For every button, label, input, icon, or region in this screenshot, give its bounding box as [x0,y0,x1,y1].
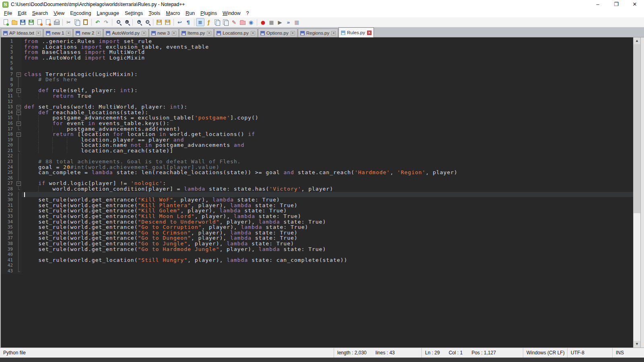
code-line[interactable]: 1from ..generic.Rules import set_rule [1,39,633,44]
fold-marker-icon[interactable] [15,104,22,110]
menu-run[interactable]: Run [183,10,198,17]
code-line[interactable]: 39 set_rule(world.get_entrance("Go to Ha… [1,247,633,252]
code-line[interactable]: 10 def rule(self, player: int): [1,88,633,93]
code-line[interactable]: 7class TerrariaLogic(LogicMixin): [1,72,633,77]
code-line[interactable]: 16 for event in events_table.keys(): [1,121,633,126]
tab-close-icon[interactable]: ✕ [66,31,70,35]
code-line[interactable]: 33 set_rule(world.get_entrance("Kill Moo… [1,214,633,219]
code-line[interactable]: 2from .Locations import exclusion_table,… [1,44,633,50]
close-icon[interactable] [35,18,44,26]
document-map-icon[interactable] [213,18,221,26]
tab-close-icon[interactable]: ✕ [291,31,295,35]
code-line[interactable]: 11 return True [1,93,633,99]
fold-marker-icon[interactable] [15,181,22,186]
macro-play-icon[interactable]: ▶ [276,18,284,26]
vertical-scrollbar[interactable]: ▲ ▼ [633,37,640,348]
view-eye-icon[interactable]: ◉ [247,18,255,26]
tab-close-icon[interactable]: ✕ [96,31,101,35]
new-file-icon[interactable] [2,18,10,26]
tab-new-3[interactable]: new 3✕ [149,29,179,37]
sync-horizontal-scroll-icon[interactable] [163,18,172,26]
tab-new-2[interactable]: new 2✕ [73,29,103,37]
macro-stop-icon[interactable]: ■ [267,18,276,26]
code-line[interactable]: 4from ..AutoWorld import LogicMixin [1,55,633,61]
code-line[interactable]: 34 set_rule(world.get_entrance("Descend … [1,219,633,225]
code-line[interactable]: 28 world.completion_condition[player] = … [1,186,633,192]
tab-close-icon[interactable]: ✕ [36,31,41,35]
code-line[interactable]: 27 if world.logic[player] != 'nologic': [1,181,633,186]
code-line[interactable]: 5 [1,60,633,66]
fold-marker-icon[interactable] [15,72,22,77]
code-line[interactable]: 32 set_rule(world.get_entrance("Kill Gol… [1,208,633,214]
open-file-icon[interactable] [10,18,19,26]
zoom-in-icon[interactable]: + [134,18,143,26]
code-line[interactable]: 37 set_rule(world.get_entrance("Go to Du… [1,235,633,241]
menu-tools[interactable]: Tools [146,10,163,17]
code-line[interactable]: 35 set_rule(world.get_entrance("Go to Co… [1,224,633,230]
project-folder-icon[interactable] [238,18,247,26]
code-line[interactable]: 19 location.player == player and [1,137,633,143]
menu-?[interactable]: ? [244,10,252,17]
tab-ap-ideas-txt[interactable]: AP Ideas.txt✕ [1,29,43,37]
code-line[interactable]: 29 [1,192,633,197]
code-line[interactable]: 22 [1,153,633,159]
code-line[interactable]: 30 set_rule(world.get_entrance("Kill WoF… [1,197,633,203]
replace-icon[interactable]: b [122,18,131,26]
tab-close-icon[interactable]: ✕ [367,31,372,35]
indent-guide-icon[interactable]: ≡ [196,18,204,26]
menu-encoding[interactable]: Encoding [67,10,94,17]
word-wrap-icon[interactable]: ↩ [175,18,184,26]
status-eol-format[interactable]: Windows (CR LF) [523,348,568,358]
menu-search[interactable]: Search [29,10,51,17]
code-line[interactable]: 43 [1,268,633,274]
sync-vertical-scroll-icon[interactable] [155,18,163,26]
code-line[interactable]: 21 location.can_reach(state)] [1,148,633,154]
tab-close-icon[interactable]: ✕ [207,31,211,35]
fold-marker-icon[interactable] [15,110,22,115]
menu-window[interactable]: Window [220,10,243,17]
code-line[interactable]: 42 [1,263,633,268]
menu-plugins[interactable]: Plugins [198,10,220,17]
undo-icon[interactable]: ↶ [93,18,102,26]
cut-icon[interactable]: ✂ [64,18,73,26]
fold-marker-icon[interactable] [15,121,22,126]
copy-icon[interactable] [73,18,81,26]
find-icon[interactable] [114,18,122,26]
code-line[interactable]: 23 # 88 total achievements. Goal is to d… [1,159,633,165]
code-line[interactable]: 25 can_complete = lambda state: len(reac… [1,170,633,175]
document-list-icon[interactable] [221,18,230,26]
save-all-icon[interactable] [27,18,35,26]
macro-record-icon[interactable]: ● [259,18,267,26]
fold-marker-icon[interactable] [15,132,22,137]
fold-marker-icon[interactable] [15,88,22,93]
code-line[interactable]: 14 def reachable_locations(state): [1,110,633,115]
tab-autoworld-py[interactable]: AutoWorld.py✕ [103,29,149,37]
code-line[interactable]: 9 [1,82,633,88]
code-line[interactable]: 41 set_rule(world.get_location("Still Hu… [1,257,633,263]
menu-view[interactable]: View [51,10,67,17]
code-line[interactable]: 31 set_rule(world.get_entrance("Kill Pla… [1,203,633,208]
menu-settings[interactable]: Settings [122,10,146,17]
tab-close-icon[interactable]: ✕ [331,31,336,35]
tab-regions-py[interactable]: Regions.py✕ [298,29,339,37]
restore-button[interactable]: ❐ [607,0,625,9]
macro-run-multiple-icon[interactable]: » [284,18,293,26]
code-line[interactable]: 8 # Defs here [1,77,633,82]
status-encoding[interactable]: UTF-8 [568,348,613,358]
code-line[interactable]: 15 postgame_advancements = exclusion_tab… [1,115,633,121]
code-line[interactable]: 13def set_rules(world: MultiWorld, playe… [1,104,633,110]
zoom-out-icon[interactable]: - [143,18,151,26]
menu-macro[interactable]: Macro [163,10,183,17]
show-all-characters-icon[interactable]: ¶ [184,18,192,26]
code-line[interactable]: 18 return [location for location in worl… [1,132,633,137]
code-line[interactable]: 38 set_rule(world.get_entrance("Go to Ju… [1,241,633,247]
minimize-button[interactable]: – [588,0,607,9]
tab-close-icon[interactable]: ✕ [251,31,255,35]
code-line[interactable]: 3from BaseClasses import MultiWorld [1,49,633,55]
function-list-icon[interactable]: ƒ [204,18,213,26]
code-line[interactable]: 6 [1,66,633,72]
scroll-up-arrow[interactable]: ▲ [634,37,640,44]
print-icon[interactable] [52,18,61,26]
scroll-down-arrow[interactable]: ▼ [634,341,640,348]
tab-close-icon[interactable]: ✕ [142,31,146,35]
